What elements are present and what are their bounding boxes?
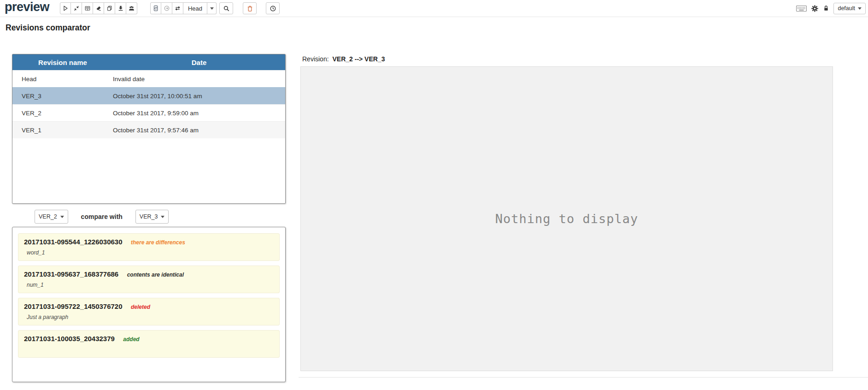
history-button[interactable]	[266, 2, 280, 14]
table-row-ver2[interactable]: VER_2 October 31st 2017, 9:59:00 am	[12, 104, 285, 121]
compare-bar: VER_2 compare with VER_3	[35, 210, 169, 224]
download-button[interactable]	[115, 2, 126, 14]
revision-selector-caret-button[interactable]	[207, 2, 217, 14]
compare-left-value: VER_2	[39, 213, 57, 220]
topbar-right-cluster: default	[796, 2, 866, 14]
revision-name-cell: VER_3	[12, 93, 113, 100]
eraser-button[interactable]	[93, 2, 104, 14]
clock-icon	[270, 5, 276, 12]
revision-name-cell: VER_1	[12, 127, 113, 134]
goto-revision-button[interactable]	[161, 2, 172, 14]
compare-right-value: VER_3	[140, 213, 158, 220]
book-icon	[84, 5, 91, 12]
document-card[interactable]: 20171031-095544_1226030630 there are dif…	[18, 233, 280, 261]
toolbar-group-revision: Head	[150, 2, 217, 14]
revision-name-cell: VER_2	[12, 110, 113, 117]
collapse-icon	[73, 5, 80, 12]
revision-selector[interactable]: Head	[183, 2, 207, 14]
delete-button[interactable]	[243, 2, 257, 14]
profile-selector[interactable]: default	[833, 3, 866, 14]
revisions-table-header: Revision name Date	[12, 54, 285, 70]
play-button[interactable]	[60, 2, 71, 14]
revisions-table: Revision name Date Head Invalid date VER…	[12, 54, 286, 204]
documents-list: 20171031-095544_1226030630 there are dif…	[12, 227, 286, 382]
table-row-ver3[interactable]: VER_3 October 31st 2017, 10:00:51 am	[12, 87, 285, 104]
users-icon	[128, 5, 135, 12]
page-refresh-icon	[152, 5, 159, 12]
document-status-badge: added	[123, 336, 139, 343]
compare-left-select[interactable]: VER_2	[35, 210, 68, 224]
play-icon	[62, 5, 69, 12]
revision-name-cell: Head	[12, 76, 113, 83]
document-title: 20171031-095544_1226030630	[24, 238, 123, 246]
swap-revisions-button[interactable]	[172, 2, 183, 14]
chevron-down-icon	[858, 7, 862, 10]
document-card[interactable]: 20171031-095722_1450376720 deleted Just …	[18, 298, 280, 325]
bottom-divider	[299, 377, 868, 378]
search-button[interactable]	[219, 2, 233, 14]
revision-date-cell: October 31st 2017, 9:57:46 am	[113, 127, 285, 134]
compare-with-label: compare with	[81, 213, 123, 220]
topbar: preview	[0, 0, 868, 17]
document-subtitle: Just a paragraph	[24, 314, 274, 320]
diff-revision-label: Revision:	[302, 55, 329, 63]
document-title: 20171031-100035_20432379	[24, 335, 115, 343]
eraser-icon	[95, 5, 102, 12]
document-title: 20171031-095637_168377686	[24, 270, 118, 278]
diff-content-panel: Nothing to display	[300, 66, 833, 371]
revision-selector-label: Head	[188, 5, 202, 12]
profile-selector-label: default	[838, 5, 855, 12]
diff-revision-header: Revision: VER_2 --> VER_3	[302, 55, 385, 63]
compare-right-select[interactable]: VER_3	[135, 210, 169, 224]
column-header-date: Date	[113, 59, 285, 66]
collapse-button[interactable]	[71, 2, 82, 14]
page-title: Revisions comparator	[6, 23, 90, 33]
document-status-badge: contents are identical	[127, 272, 184, 278]
swap-icon	[174, 5, 181, 12]
trash-icon	[246, 5, 253, 12]
download-icon	[117, 5, 124, 12]
search-icon	[223, 5, 230, 12]
document-subtitle: word_1	[24, 249, 274, 256]
revision-date-cell: Invalid date	[113, 76, 285, 83]
chevron-down-icon	[210, 7, 214, 10]
document-status-badge: deleted	[131, 304, 150, 310]
chevron-down-icon	[60, 216, 64, 218]
document-title: 20171031-095722_1450376720	[24, 302, 123, 310]
empty-state-message: Nothing to display	[495, 212, 639, 226]
table-row-head[interactable]: Head Invalid date	[12, 70, 285, 87]
copy-icon	[106, 5, 113, 12]
users-button[interactable]	[126, 2, 137, 14]
gear-icon[interactable]	[811, 5, 819, 12]
table-row-ver1[interactable]: VER_1 October 31st 2017, 9:57:46 am	[12, 121, 285, 138]
page-refresh-button[interactable]	[150, 2, 161, 14]
copy-button[interactable]	[104, 2, 115, 14]
document-card[interactable]: 20171031-100035_20432379 added	[18, 330, 280, 358]
diff-revision-value: VER_2 --> VER_3	[332, 55, 385, 63]
revision-date-cell: October 31st 2017, 10:00:51 am	[113, 93, 285, 100]
document-subtitle: num_1	[24, 282, 274, 288]
app-logo: preview	[5, 0, 49, 14]
lock-icon[interactable]	[823, 5, 829, 12]
column-header-revision-name: Revision name	[12, 59, 113, 66]
toolbar-group-main	[60, 2, 137, 14]
document-card[interactable]: 20171031-095637_168377686 contents are i…	[18, 266, 280, 293]
revision-date-cell: October 31st 2017, 9:59:00 am	[113, 110, 285, 117]
keyboard-icon[interactable]	[796, 5, 807, 12]
chevron-down-icon	[161, 216, 164, 218]
circle-arrow-icon	[164, 5, 170, 12]
book-view-button[interactable]	[82, 2, 93, 14]
document-status-badge: there are differences	[131, 239, 185, 246]
